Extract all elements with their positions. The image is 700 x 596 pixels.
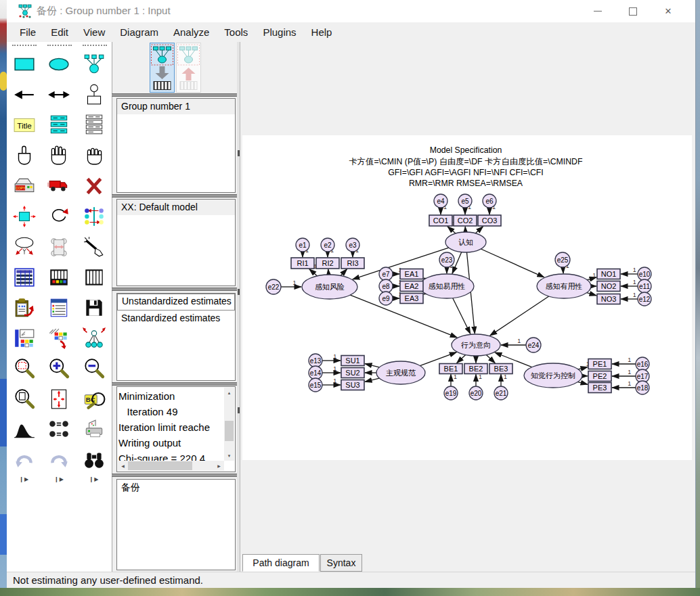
scroll-right-icon[interactable]: ▶ [214,461,224,471]
titlebar[interactable]: 备份 : Group number 1 : Input ✕ [7,0,695,22]
draw-observed-button[interactable] [9,50,39,78]
toolbar-expand-icon[interactable]: ❙▶ [76,476,112,482]
path-ease-to-intent[interactable] [453,298,471,334]
scroll-left-icon[interactable]: ◀ [118,461,128,471]
estimate-item[interactable]: Standardized estimates [117,311,235,326]
menu-tools[interactable]: Tools [217,22,255,42]
log-horizontal-scrollbar[interactable]: ◀ ▶ [118,461,224,471]
move-objects-button[interactable] [44,172,74,200]
minimize-button[interactable] [580,0,615,22]
multiple-group-analysis-button[interactable] [44,415,74,444]
select-one-button[interactable] [9,141,39,170]
zoom-select-area-button[interactable] [9,354,39,383]
erase-objects-button[interactable] [79,172,109,200]
drag-properties-button[interactable] [44,324,74,352]
menu-diagram[interactable]: Diagram [112,22,166,42]
tab-syntax[interactable]: Syntax [320,554,362,572]
draw-latent-with-indicators-button[interactable] [79,50,109,78]
menu-help[interactable]: Help [304,22,340,42]
deselect-all-button[interactable] [79,141,109,170]
toolbar-gripper[interactable] [12,45,37,46]
object-properties-button[interactable] [9,324,39,352]
scroll-up-icon[interactable]: ▲ [224,388,234,398]
scroll-down-icon[interactable]: ▼ [224,451,234,461]
path-intent-to-BE1[interactable] [457,354,466,363]
data-files-button[interactable] [9,263,39,292]
scroll-diagram-button[interactable] [44,233,74,261]
draw-covariance-button[interactable] [44,81,74,109]
path-risk-to-RI2[interactable] [328,269,329,275]
panel-splitter[interactable] [112,474,237,477]
menu-edit[interactable]: Edit [43,22,76,42]
file-item[interactable]: 备份 [117,480,235,495]
bayesian-estimation-button[interactable] [9,415,39,444]
undo-button[interactable] [9,446,39,474]
path-use-to-NO3[interactable] [587,293,596,296]
path-diagram-canvas[interactable]: 1111111111111111111111111111111认知感知风险感知易… [242,135,692,460]
path-subj-to-SU3[interactable] [365,378,379,382]
figure-title-button[interactable]: Title [9,111,39,139]
panel-splitter[interactable] [112,194,237,198]
tab-path-diagram[interactable]: Path diagram [242,554,320,572]
save-diagram-button[interactable] [79,294,109,322]
resize-to-fit-page-button[interactable] [44,385,74,413]
draw-unobserved-button[interactable] [44,50,74,78]
toolbar-expand-icon[interactable]: ❙▶ [42,476,77,482]
err-label-e3: e3 [349,242,357,249]
log-line: Writing output [118,435,224,451]
copy-to-clipboard-button[interactable] [9,294,39,322]
path-risk-to-RI3[interactable] [341,269,347,276]
zoom-whole-page-button[interactable] [9,385,39,413]
toolbar-expand-icon[interactable]: ❙▶ [7,476,42,482]
redo-button[interactable] [44,446,74,474]
menu-analyze[interactable]: Analyze [166,22,217,42]
panel-splitter[interactable] [112,93,237,97]
list-variables-in-dataset-button[interactable] [79,111,109,139]
path-subj-to-SU1[interactable] [365,364,379,367]
path-cog-to-CO3[interactable] [475,227,483,233]
group-item[interactable]: Group number 1 [117,99,235,114]
add-unique-variable-button[interactable] [79,81,109,109]
preserve-symmetries-button[interactable] [79,324,109,352]
calculate-estimates-button[interactable] [79,263,109,292]
menu-plugins[interactable]: Plugins [255,22,303,42]
duplicate-objects-button[interactable]: COPY [9,172,39,200]
specification-search-button[interactable] [79,446,109,474]
path-use-to-intent[interactable] [490,296,549,336]
path-pbc-to-PE3[interactable] [577,382,588,385]
touch-up-button[interactable] [79,233,109,261]
print-button[interactable] [79,415,109,444]
path-intent-to-BE3[interactable] [486,354,495,363]
panel-splitter[interactable] [112,382,237,386]
scrollbar-thumb[interactable] [225,421,234,441]
change-shape-button[interactable] [9,202,39,231]
view-input-path-diagram-button[interactable] [150,43,175,93]
loupe-magnifier-button[interactable]: BC [79,385,109,413]
close-icon: ✕ [665,6,672,16]
toolbar-gripper[interactable] [83,45,107,46]
maximize-button[interactable] [615,0,651,22]
analysis-properties-button[interactable] [44,263,74,292]
move-parameter-values-button[interactable] [9,233,39,261]
draw-path-button[interactable] [9,81,39,109]
panel-splitter[interactable] [112,288,237,291]
estimate-item[interactable]: Unstandardized estimates [117,294,235,311]
list-variables-in-model-button[interactable] [44,111,74,139]
reflect-indicators-button[interactable] [79,202,109,231]
select-all-button[interactable] [44,141,74,170]
rotate-indicators-button[interactable] [44,202,74,231]
scrollbar-thumb[interactable] [128,461,192,470]
path-cog-to-CO1[interactable] [447,227,456,233]
menu-view[interactable]: View [76,22,112,42]
log-vertical-scrollbar[interactable]: ▲ ▼ [224,388,234,461]
view-output-path-diagram-button[interactable] [176,43,201,93]
zoom-out-button[interactable] [79,354,109,383]
menu-file[interactable]: File [12,22,43,42]
path-risk-to-RI1[interactable] [309,269,318,276]
zoom-in-button[interactable] [44,354,74,383]
view-text-output-button[interactable] [44,294,74,322]
toolbar-gripper[interactable] [47,45,72,46]
close-button[interactable]: ✕ [651,0,686,22]
path-cog-to-use[interactable] [481,249,544,277]
model-item[interactable]: XX: Default model [117,200,235,215]
